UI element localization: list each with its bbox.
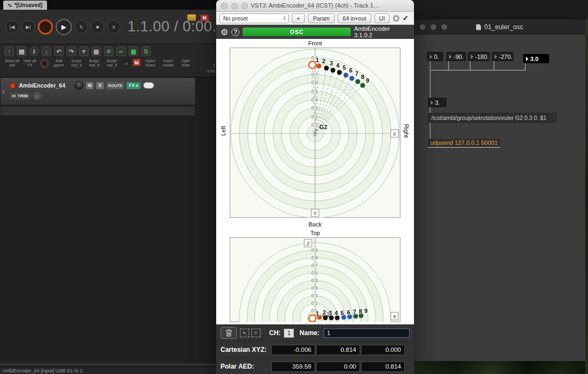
front-view-plot[interactable]: 0.10.20.30.40.50.60.70.80.9G2XY123456789	[230, 48, 400, 218]
zoom-button[interactable]	[242, 3, 248, 9]
polar-elevation-field[interactable]: 0.00	[316, 362, 360, 372]
mute-button[interactable]: M	[86, 82, 93, 89]
help-icon[interactable]: ?	[231, 28, 239, 36]
preset-dropdown[interactable]: No preset ⇕	[219, 14, 289, 23]
volume-fader[interactable]	[143, 82, 154, 89]
repeat-button[interactable]: ↻	[75, 20, 88, 34]
monitor-headphones-icon[interactable]: ∩	[122, 59, 131, 68]
metronome-icon[interactable]: ▼	[79, 46, 89, 56]
auto-crossfade-icon[interactable]: ✕	[104, 46, 113, 56]
add-spectrogram-button[interactable]: Add spectr	[51, 59, 67, 68]
top-view-plot[interactable]: 0.10.20.30.40.50.60.70.80.9G2ZX123456789	[230, 237, 400, 322]
envelope-lane[interactable]	[0, 106, 196, 116]
encoder-point-8[interactable]	[356, 79, 360, 84]
encoder-point-1[interactable]	[309, 62, 316, 69]
encoder-point-1[interactable]	[309, 315, 316, 322]
horizontal-scrollbar[interactable]	[0, 362, 216, 366]
pan-knob[interactable]	[75, 81, 83, 90]
number-box-180[interactable]: -180.	[468, 52, 490, 61]
show-all-tracks-button[interactable]: Show all acti	[4, 59, 20, 68]
envelope-badge-icon[interactable]	[187, 14, 196, 21]
number-box-0[interactable]: 0.	[427, 52, 443, 61]
float-number-box[interactable]: 3.0	[523, 54, 549, 63]
encoder-point-3[interactable]	[323, 316, 328, 320]
marquee-add-icon[interactable]: +	[251, 329, 260, 337]
enabled-checkmark[interactable]: ✓	[403, 14, 409, 22]
trim-envelope-button[interactable]: TRIM	[9, 92, 31, 99]
encoder-point-5[interactable]	[337, 70, 342, 75]
osc-message-box[interactable]: /icst/ambi/group/setrotation/euler G2 0.…	[428, 113, 557, 123]
stop-button[interactable]: ■	[91, 20, 104, 34]
number-box-90[interactable]: -90.	[446, 52, 466, 61]
redo-icon[interactable]: ↷	[66, 46, 76, 56]
phase-button[interactable]: ⊘	[34, 92, 41, 99]
record-button[interactable]	[38, 19, 53, 35]
record-monitor-icon[interactable]	[40, 59, 49, 68]
snap-icon[interactable]: S	[141, 46, 151, 56]
new-project-icon[interactable]: ▤	[17, 46, 26, 56]
undo-icon[interactable]: ↶	[54, 46, 64, 56]
udpsend-object[interactable]: udpsend 127.0.0.1 50001	[428, 139, 500, 148]
sync-icon[interactable]: ↑	[4, 46, 14, 56]
number-box-270[interactable]: -270.	[492, 52, 513, 61]
encoder-point-9[interactable]	[360, 83, 365, 88]
patcher-canvas[interactable]: 0. -90. -180. -270. 3.0 3. /icst/ambi/gr…	[414, 35, 585, 361]
bypass-icon[interactable]	[393, 15, 399, 22]
track-panel[interactable]: 1 AmbiEncoder_64 M S ROUTE FX TRIM ⊘	[0, 77, 196, 105]
marquee-select-icon[interactable]: ↖	[240, 329, 249, 337]
encoder-point-4[interactable]	[331, 68, 336, 73]
minimize-button[interactable]	[231, 3, 238, 9]
project-tab[interactable]: ∿ *[Unsaved]	[3, 1, 47, 10]
grid-icon[interactable]: ▦	[91, 46, 101, 56]
mute-all-badge[interactable]: M	[133, 59, 141, 66]
go-to-end-button[interactable]: ▶|	[22, 20, 35, 34]
script-button-3[interactable]: Script: mpl_S	[104, 59, 120, 68]
vst-titlebar[interactable]: VST3: AmbiEncoder_64 (ICST) (4ch) - Trac…	[216, 0, 414, 12]
fx-button[interactable]: FX	[126, 82, 141, 89]
timeline-ruler[interactable]: 1 0:00	[196, 62, 215, 74]
io-button[interactable]: 64 in+out	[338, 14, 371, 23]
cartesian-z-field[interactable]: 0.000	[361, 345, 405, 355]
go-to-start-button[interactable]: |◀	[5, 20, 19, 34]
solo-button[interactable]: S	[96, 82, 104, 89]
param-button[interactable]: Param	[308, 14, 335, 23]
encoder-point-6[interactable]	[344, 73, 349, 78]
save-icon[interactable]: ↓	[42, 46, 51, 56]
name-input[interactable]: 1	[324, 329, 410, 338]
polar-distance-field[interactable]: 0.814	[361, 362, 405, 372]
track-name[interactable]: AmbiEncoder_64	[19, 82, 72, 89]
channel-number-field[interactable]: 1	[284, 329, 294, 338]
minimize-button[interactable]	[430, 24, 437, 30]
hide-all-fx-button[interactable]: Hide all FX	[22, 59, 38, 68]
close-button[interactable]	[419, 24, 426, 30]
encoder-point-3[interactable]	[324, 66, 329, 71]
add-preset-button[interactable]: +	[292, 14, 305, 23]
desktop-wallpaper-edge	[585, 19, 588, 374]
trash-button[interactable]	[220, 327, 237, 339]
cartesian-x-field[interactable]: -0.006	[271, 345, 315, 355]
polar-azimuth-field[interactable]: 359.59	[271, 362, 315, 372]
master-mute-badge[interactable]: M	[201, 15, 209, 21]
zoom-button[interactable]	[441, 24, 447, 30]
script-button-1[interactable]: Script: mpl_S	[69, 59, 84, 68]
route-button[interactable]: ROUTE	[106, 82, 124, 89]
open-notes-button[interactable]: Open/ Notes	[143, 59, 158, 68]
link-icon[interactable]: ∞	[116, 46, 126, 56]
close-button[interactable]	[221, 3, 228, 9]
encoder-point-2[interactable]	[317, 64, 322, 69]
play-button[interactable]: ▶	[56, 19, 72, 35]
info-icon[interactable]: i	[29, 46, 39, 56]
record-arm-button[interactable]	[9, 82, 16, 89]
gear-icon[interactable]: ⚙	[220, 27, 228, 37]
script-button-2[interactable]: Script: mpl_S	[86, 59, 102, 68]
grouping-icon[interactable]: ▦	[129, 46, 138, 56]
osc-button[interactable]: OSC	[243, 28, 351, 36]
pause-button[interactable]: II	[107, 20, 121, 34]
cartesian-y-field[interactable]: 0.814	[316, 345, 360, 355]
insert-media-button[interactable]: Insert media	[160, 59, 176, 68]
ui-button[interactable]: UI	[375, 14, 390, 23]
max-titlebar[interactable]: 01_euler_osc	[414, 19, 585, 35]
open-note-button[interactable]: Oper Note	[178, 59, 193, 68]
encoder-point-7[interactable]	[350, 76, 355, 81]
result-number-box[interactable]: 3.	[428, 98, 446, 107]
